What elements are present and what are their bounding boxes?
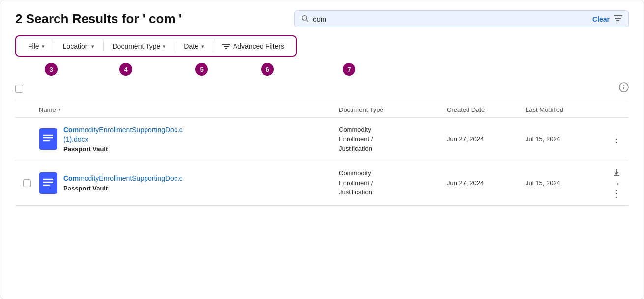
search-input[interactable] (313, 15, 588, 23)
badge-7-container: 7 (343, 63, 355, 76)
row2-doc-type: Commodity Enrollment / Justification (339, 168, 447, 197)
badge-4-container: 4 (119, 63, 132, 76)
row1-actions-cell: ⋮ (604, 134, 629, 144)
divider-4 (213, 41, 213, 52)
svg-point-10 (623, 85, 624, 86)
date-chevron-icon: ▾ (201, 43, 204, 50)
row2-arrow-button[interactable]: → (611, 179, 622, 188)
search-bar: Clear (294, 10, 629, 27)
location-filter-button[interactable]: Location ▾ (58, 40, 99, 52)
select-all-row (15, 80, 629, 100)
badge-4: 4 (119, 63, 132, 76)
divider-1 (54, 41, 54, 52)
file-icon-row2 (39, 172, 58, 194)
svg-rect-16 (39, 172, 57, 194)
file-chevron-icon: ▾ (42, 43, 45, 50)
page-title: 2 Search Results for ' com ' (15, 11, 182, 27)
header-row: 2 Search Results for ' com ' Clear (15, 10, 629, 27)
row2-location: Passport Vault (63, 185, 183, 192)
row1-location: Passport Vault (63, 145, 183, 153)
svg-line-1 (306, 20, 308, 22)
search-icon (301, 14, 309, 24)
table-row: CommodityEnrollmentSupportingDoc.c (1).d… (15, 118, 629, 161)
row1-created-date: Jun 27, 2024 (447, 136, 526, 143)
row2-actions-cell: → ⋮ (604, 168, 629, 198)
badge-6: 6 (261, 63, 274, 76)
page-wrapper: 2 Search Results for ' com ' Clear Fi (0, 0, 644, 299)
row2-file-cell: CommodityEnrollmentSupportingDoc.c Passp… (39, 172, 339, 194)
clear-button[interactable]: Clear (592, 15, 610, 23)
col-last-modified-header: Last Modified (526, 106, 604, 113)
advanced-filters-button[interactable]: Advanced Filters (217, 40, 289, 52)
row2-last-modified: Jul 15, 2024 (526, 179, 604, 187)
badges-row: 3 4 5 6 7 (15, 63, 629, 76)
row2-checkbox[interactable] (23, 179, 31, 187)
advanced-filters-label: Advanced Filters (233, 42, 284, 50)
row1-file-name-suffix: (1).docx (63, 136, 88, 143)
filter-lines-icon[interactable] (614, 15, 622, 24)
info-icon-button[interactable] (619, 82, 629, 95)
svg-point-0 (302, 16, 307, 20)
name-sort-icon: ▾ (58, 107, 61, 113)
document-type-filter-label: Document Type (113, 42, 161, 50)
row1-file-name-prefix: Com (63, 126, 79, 134)
row2-file-name[interactable]: CommodityEnrollmentSupportingDoc.c (63, 174, 183, 184)
row1-file-name-rest: modityEnrollmentSupportingDoc.c (79, 126, 183, 134)
badge-5: 5 (195, 63, 208, 76)
file-icon-row1 (39, 128, 58, 150)
row2-checkbox-cell[interactable] (15, 179, 39, 187)
badge-6-container: 6 (261, 63, 274, 76)
advanced-filter-lines-icon (222, 43, 230, 50)
badge-5-container: 5 (195, 63, 208, 76)
col-name-header[interactable]: Name ▾ (39, 106, 339, 113)
row1-more-options-button[interactable]: ⋮ (612, 134, 621, 144)
date-filter-label: Date (184, 42, 199, 50)
row2-created-date: Jun 27, 2024 (447, 179, 526, 187)
date-filter-button[interactable]: Date ▾ (179, 40, 209, 52)
badge-3: 3 (45, 63, 58, 76)
file-filter-label: File (28, 42, 39, 50)
table-row: CommodityEnrollmentSupportingDoc.c Passp… (15, 161, 629, 206)
svg-rect-12 (39, 128, 57, 150)
row1-doc-type: Commodity Enrollment / Justification (339, 125, 447, 154)
row2-more-options-button[interactable]: ⋮ (612, 189, 621, 198)
row1-file-info: CommodityEnrollmentSupportingDoc.c (1).d… (63, 125, 193, 153)
divider-2 (103, 41, 104, 52)
location-chevron-icon: ▾ (91, 43, 94, 50)
row2-file-info: CommodityEnrollmentSupportingDoc.c Passp… (63, 174, 193, 192)
file-filter-button[interactable]: File ▾ (23, 40, 50, 52)
badge-3-container: 3 (45, 63, 58, 76)
col-created-date-header: Created Date (447, 106, 526, 113)
filter-bar: File ▾ Location ▾ Document Type ▾ Date ▾… (15, 35, 297, 57)
row2-download-button[interactable] (611, 168, 622, 178)
row2-file-name-prefix: Com (63, 174, 79, 182)
row1-file-name[interactable]: CommodityEnrollmentSupportingDoc.c (1).d… (63, 125, 183, 144)
select-all-checkbox[interactable] (15, 85, 23, 93)
row2-file-name-rest: modityEnrollmentSupportingDoc.c (79, 174, 183, 182)
row1-file-cell: CommodityEnrollmentSupportingDoc.c (1).d… (39, 125, 339, 153)
location-filter-label: Location (63, 42, 89, 50)
row1-last-modified: Jul 15, 2024 (526, 136, 604, 143)
table-header: Name ▾ Document Type Created Date Last M… (15, 100, 629, 118)
document-type-filter-button[interactable]: Document Type ▾ (108, 40, 171, 52)
col-document-type-header: Document Type (339, 106, 447, 113)
badge-7: 7 (343, 63, 355, 76)
divider-3 (175, 41, 175, 52)
document-type-chevron-icon: ▾ (163, 43, 166, 50)
